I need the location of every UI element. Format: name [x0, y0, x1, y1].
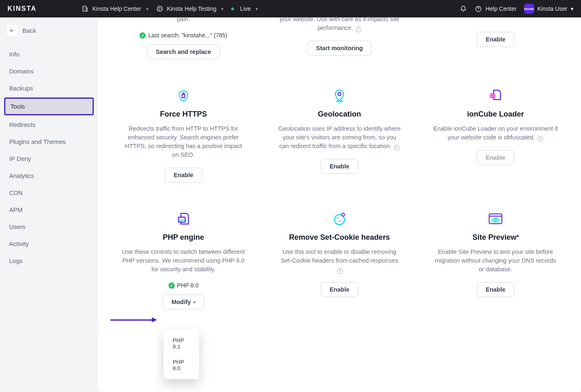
sidebar-item-logs[interactable]: Logs	[4, 253, 94, 268]
php-option-81[interactable]: PHP 8.1	[164, 333, 199, 354]
sidebar: Back Info Domains Backups Tools Redirect…	[0, 17, 98, 392]
card-desc: Geolocation uses IP address to identify …	[277, 124, 402, 151]
sidebar-item-info[interactable]: Info	[4, 46, 94, 62]
status-dot-icon	[231, 7, 234, 10]
org-selector[interactable]: Kinsta Help Center ▾	[81, 5, 149, 12]
chevron-down-icon: ▾	[571, 5, 574, 12]
svg-point-4	[338, 93, 341, 95]
annotation-arrow	[110, 319, 156, 321]
cookie-icon	[332, 212, 347, 226]
php-modify-button[interactable]: Modify ▾	[163, 295, 204, 309]
svg-point-14	[495, 219, 496, 221]
card-site-preview: Site Preview▴ Enable Site Preview to tes…	[430, 212, 561, 309]
browser-eye-icon	[488, 212, 503, 226]
svg-rect-0	[83, 6, 86, 11]
php-status: ✓ PHP 8.0	[118, 282, 249, 289]
avatar: kinsta	[524, 4, 534, 14]
card-monitoring: your website. Use with care as it impact…	[274, 15, 405, 59]
building-icon	[81, 5, 89, 12]
info-icon[interactable]: i	[394, 145, 400, 151]
sidebar-item-analytics[interactable]: Analytics	[4, 168, 94, 183]
chevron-down-icon: ▾	[221, 6, 224, 12]
back-label: Back	[22, 27, 36, 34]
svg-point-11	[338, 221, 339, 222]
force-https-enable-button[interactable]: Enable	[165, 168, 202, 183]
card-title: PHP engine	[118, 233, 249, 242]
info-icon[interactable]: i	[337, 268, 343, 274]
help-icon	[475, 5, 482, 12]
card-title: Geolocation	[274, 110, 405, 119]
card-php-engine: PHP engine Use these controls to switch …	[118, 212, 249, 309]
card-desc: Enable Site Preview to test your site be…	[433, 248, 558, 274]
env-selector[interactable]: Live ▾	[231, 5, 258, 12]
card-desc: Enable ionCube Loader on your environmen…	[433, 124, 558, 142]
card-title: Site Preview▴	[430, 233, 561, 242]
chevron-down-icon: ▾	[146, 6, 149, 12]
shield-lock-icon	[176, 88, 191, 103]
sidebar-item-users[interactable]: Users	[4, 219, 94, 234]
cube-document-icon	[488, 88, 503, 103]
code-file-icon	[176, 212, 191, 226]
sidebar-item-plugins-themes[interactable]: Plugins and Themes	[4, 134, 94, 149]
card-desc: pain.	[121, 15, 246, 24]
card-desc: your website. Use with care as it impact…	[277, 15, 402, 32]
svg-point-9	[337, 218, 338, 219]
check-icon: ✓	[139, 32, 146, 39]
sidebar-item-redirects[interactable]: Redirects	[4, 117, 94, 132]
card-desc: Use this tool to enable or disable remov…	[277, 248, 402, 274]
info-icon[interactable]: i	[537, 136, 543, 142]
env-label: Live	[240, 5, 251, 12]
sidebar-item-activity[interactable]: Activity	[4, 236, 94, 251]
sidebar-item-backups[interactable]: Backups	[4, 80, 94, 96]
user-menu[interactable]: kinsta Kinsta User ▾	[524, 4, 574, 14]
svg-rect-3	[182, 95, 185, 97]
bell-icon	[460, 5, 467, 12]
sidebar-item-tools[interactable]: Tools	[4, 97, 94, 115]
sidebar-item-domains[interactable]: Domains	[4, 63, 94, 79]
card-title: ionCube Loader	[430, 110, 561, 119]
card-ioncube: ionCube Loader Enable ionCube Loader on …	[430, 88, 561, 183]
enable-button[interactable]: Enable	[477, 32, 514, 47]
card-force-https: Force HTTPS Redirects traffic from HTTP …	[118, 88, 249, 183]
site-label: Kinsta Help Testing	[167, 5, 217, 12]
help-center-link[interactable]: Help Center	[475, 5, 517, 12]
org-label: Kinsta Help Center	[92, 5, 141, 12]
location-pin-icon	[332, 88, 347, 103]
check-icon: ✓	[168, 282, 175, 289]
card-title: Force HTTPS	[118, 110, 249, 119]
site-selector[interactable]: Kinsta Help Testing ▾	[156, 5, 224, 12]
card-search-replace: pain. ✓ Last search: "kinstahe..." (785)…	[118, 15, 249, 59]
geolocation-enable-button[interactable]: Enable	[321, 159, 358, 174]
search-status: ✓ Last search: "kinstahe..." (785)	[118, 32, 249, 39]
card-title: Remove Set-Cookie headers	[274, 233, 405, 242]
start-monitoring-button[interactable]: Start monitoring	[308, 41, 372, 56]
card-generic-enable-top: Enable	[430, 15, 561, 59]
card-desc	[433, 15, 558, 24]
logo: KINSTA	[7, 5, 37, 12]
card-desc: Redirects traffic from HTTP to HTTPS for…	[121, 124, 246, 159]
help-label: Help Center	[486, 5, 517, 12]
search-replace-button[interactable]: Search and replace	[147, 44, 220, 59]
sidebar-item-ip-deny[interactable]: IP Deny	[4, 151, 94, 166]
notifications-button[interactable]	[460, 5, 467, 12]
tools-panel: pain. ✓ Last search: "kinstahe..." (785)…	[98, 17, 581, 392]
card-set-cookie: Remove Set-Cookie headers Use this tool …	[274, 212, 405, 309]
sidebar-item-apm[interactable]: APM	[4, 202, 94, 217]
info-icon[interactable]: i	[356, 27, 361, 32]
svg-point-10	[340, 220, 342, 222]
card-geolocation: Geolocation Geolocation uses IP address …	[274, 88, 405, 183]
wordpress-icon	[156, 5, 164, 12]
sidebar-item-cdn[interactable]: CDN	[4, 185, 94, 200]
php-option-80[interactable]: PHP 8.0	[164, 354, 199, 376]
card-desc: Use these controls to switch between dif…	[121, 248, 246, 274]
back-button[interactable]	[6, 24, 18, 37]
user-label: Kinsta User	[537, 5, 567, 12]
ioncube-enable-button[interactable]: Enable	[477, 150, 514, 165]
set-cookie-enable-button[interactable]: Enable	[321, 282, 358, 297]
php-modify-dropdown: PHP 8.1 PHP 8.0	[164, 329, 199, 379]
chevron-down-icon: ▾	[193, 300, 195, 304]
site-preview-enable-button[interactable]: Enable	[477, 282, 514, 297]
chevron-down-icon: ▾	[256, 6, 258, 12]
